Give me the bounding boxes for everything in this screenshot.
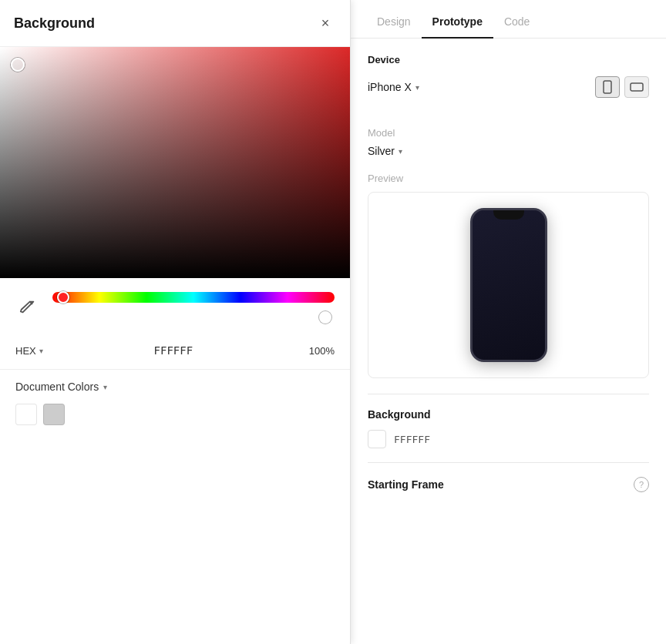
portrait-icon [603, 80, 612, 94]
gradient-cursor[interactable] [11, 58, 25, 72]
orientation-buttons [595, 76, 649, 98]
model-name: Silver [368, 145, 395, 157]
alpha-slider[interactable] [52, 312, 335, 323]
svg-rect-0 [604, 81, 611, 93]
phone-screen [473, 210, 545, 360]
hex-row: HEX ▾ FFFFFF 100% [0, 337, 350, 370]
color-picker-panel: Background × HEX ▾ [0, 0, 351, 644]
opacity-value-display[interactable]: 100% [304, 345, 335, 357]
tabs-bar: Design Prototype Code [351, 0, 666, 39]
background-hex-value[interactable]: FFFFFF [394, 434, 430, 445]
preview-label: Preview [368, 173, 649, 184]
device-section-title: Device [368, 54, 649, 65]
model-section: Model Silver ▾ [368, 127, 649, 157]
device-name: iPhone X [368, 81, 412, 93]
tab-code[interactable]: Code [493, 15, 540, 39]
color-gradient-canvas[interactable] [0, 47, 350, 278]
sliders-column [52, 292, 335, 323]
hex-label-text: HEX [15, 345, 36, 357]
model-label: Model [368, 127, 649, 139]
swatch-gray[interactable] [43, 404, 65, 425]
color-picker-title: Background [14, 15, 95, 32]
device-selector[interactable]: iPhone X ▾ [368, 81, 419, 93]
tab-design[interactable]: Design [366, 15, 422, 39]
eyedropper-icon [19, 299, 36, 316]
document-colors-toggle[interactable]: Document Colors ▾ [15, 381, 335, 393]
right-panel-content: Device iPhone X ▾ [351, 39, 666, 508]
device-chevron-icon: ▾ [415, 83, 419, 92]
hex-format-selector[interactable]: HEX ▾ [15, 345, 43, 357]
close-button[interactable]: × [314, 12, 336, 34]
svg-rect-1 [631, 83, 643, 91]
starting-frame-help-icon[interactable]: ? [634, 477, 649, 492]
sliders-area [0, 278, 350, 337]
eyedropper-button[interactable] [15, 295, 40, 320]
color-picker-header: Background × [0, 0, 350, 47]
device-section: Device iPhone X ▾ [368, 54, 649, 113]
document-colors-label: Document Colors [15, 381, 99, 393]
background-section-title: Background [368, 408, 649, 421]
doc-colors-chevron-icon: ▾ [103, 383, 107, 391]
starting-frame-row: Starting Frame ? [368, 477, 649, 492]
background-color-row: FFFFFF [368, 430, 649, 448]
swatch-white[interactable] [15, 404, 37, 425]
starting-frame-section: Starting Frame ? [368, 462, 649, 492]
landscape-button[interactable] [624, 76, 649, 98]
background-section: Background FFFFFF [368, 394, 649, 448]
hex-chevron-icon: ▾ [39, 347, 43, 355]
starting-frame-title: Starting Frame [368, 478, 444, 491]
phone-mockup [470, 208, 547, 362]
model-selector[interactable]: Silver ▾ [368, 145, 649, 157]
color-swatches [15, 404, 335, 425]
hue-slider[interactable] [52, 292, 335, 303]
model-chevron-icon: ▾ [399, 147, 402, 156]
document-colors-section: Document Colors ▾ [0, 370, 350, 436]
tab-prototype[interactable]: Prototype [422, 15, 493, 39]
preview-box [368, 192, 649, 378]
preview-section: Preview [368, 173, 649, 378]
hue-thumb[interactable] [57, 291, 69, 304]
alpha-thumb[interactable] [319, 311, 331, 324]
background-color-swatch[interactable] [368, 430, 386, 448]
device-row: iPhone X ▾ [368, 76, 649, 98]
hex-value-display[interactable]: FFFFFF [52, 344, 294, 357]
portrait-button[interactable] [595, 76, 620, 98]
landscape-icon [630, 82, 644, 92]
phone-notch [493, 210, 524, 220]
right-panel: Design Prototype Code Device iPhone X ▾ [351, 0, 666, 644]
